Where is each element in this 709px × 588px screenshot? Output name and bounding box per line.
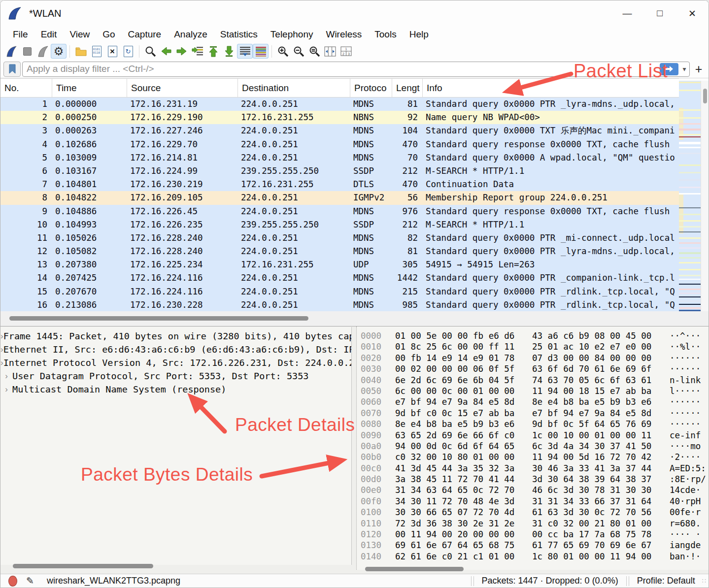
- hex-row-00f0[interactable]: 00f034 30 11 72 70 48 4e 3d31 31 34 33 6…: [357, 496, 709, 507]
- menu-view[interactable]: View: [63, 26, 96, 42]
- menu-edit[interactable]: Edit: [34, 26, 64, 42]
- expand-chevron-icon[interactable]: ›: [0, 385, 12, 394]
- packet-row-5[interactable]: 50.103009172.16.214.81224.0.0.251MDNS70S…: [0, 151, 679, 164]
- hex-row-0040[interactable]: 00406e 2d 6c 69 6e 6b 04 5f74 63 70 05 6…: [357, 375, 709, 386]
- vscroll-thumb[interactable]: [703, 89, 707, 103]
- column-header-protocol[interactable]: Protoco: [350, 79, 392, 97]
- packet-row-3[interactable]: 30.000263172.16.227.246224.0.0.251MDNS10…: [0, 124, 679, 137]
- hex-row-00b0[interactable]: 00b0c0 32 00 10 80 01 00 0011 94 00 5d 1…: [357, 452, 709, 462]
- go-first-button[interactable]: [205, 44, 221, 59]
- packet-row-10[interactable]: 100.104993172.16.226.235239.255.255.250S…: [0, 218, 679, 231]
- packet-row-6[interactable]: 60.103167172.16.224.99239.255.255.250SSD…: [0, 164, 679, 178]
- details-hscroll-thumb[interactable]: [13, 564, 153, 568]
- hex-row-0010[interactable]: 001001 8c 25 6c 00 00 ff 1125 01 ac 10 e…: [357, 341, 709, 352]
- menu-telephony[interactable]: Telephony: [264, 26, 320, 42]
- restart-capture-button[interactable]: [35, 44, 51, 59]
- hscroll-thumb[interactable]: [9, 316, 308, 321]
- hex-row-0120[interactable]: 012000 11 94 00 20 00 00 0000 cc ba 17 7…: [357, 529, 709, 540]
- detail-line-3[interactable]: ›User Datagram Protocol, Src Port: 5353,…: [0, 369, 351, 383]
- hex-row-00e0[interactable]: 00e031 34 63 64 65 0c 72 7046 6c 3d 30 7…: [357, 485, 709, 495]
- display-filter-input[interactable]: [23, 64, 660, 74]
- detail-line-4[interactable]: ›Multicast Domain Name System (response): [0, 383, 351, 396]
- detail-line-0[interactable]: ›Frame 1445: Packet, 410 bytes on wire (…: [0, 329, 351, 343]
- packet-row-15[interactable]: 150.207670172.16.224.116224.0.0.251MDNS2…: [0, 285, 679, 298]
- maximize-button[interactable]: □: [643, 0, 676, 26]
- find-packet-button[interactable]: [142, 44, 158, 59]
- zoom-reset-button[interactable]: [306, 44, 322, 59]
- menu-capture[interactable]: Capture: [122, 26, 168, 42]
- hex-row-0100[interactable]: 010030 30 66 65 07 72 70 4d61 63 3d 30 0…: [357, 507, 709, 518]
- hex-row-0090[interactable]: 009063 65 2d 69 6e 66 6f c01c 00 10 00 0…: [357, 430, 709, 441]
- packet-row-13[interactable]: 130.207380172.16.225.234172.16.231.255UD…: [0, 258, 679, 271]
- packet-row-9[interactable]: 90.104886172.16.226.45224.0.0.251MDNS976…: [0, 205, 679, 218]
- start-capture-button[interactable]: [3, 44, 19, 59]
- bytes-hscroll-thumb[interactable]: [365, 567, 464, 571]
- hex-row-00d0[interactable]: 00d03a 38 45 11 72 70 41 443d 30 64 38 3…: [357, 474, 709, 485]
- column-header-destination[interactable]: Destination: [238, 79, 350, 97]
- column-header-length[interactable]: Lengt: [392, 79, 423, 97]
- hex-row-0000[interactable]: 000001 00 5e 00 00 fb e6 d643 a6 c6 b9 0…: [357, 330, 709, 341]
- hex-row-00c0[interactable]: 00c041 3d 45 44 3a 35 32 3a30 46 3a 33 4…: [357, 463, 709, 474]
- reload-file-button[interactable]: ↻: [120, 44, 136, 59]
- close-button[interactable]: ✕: [676, 0, 709, 26]
- menu-go[interactable]: Go: [96, 26, 121, 42]
- hex-row-0140[interactable]: 014062 61 6e c0 21 c1 01 001c 80 01 00 0…: [357, 551, 709, 562]
- column-header-no[interactable]: No.: [0, 79, 52, 97]
- profile-label[interactable]: Profile: Default: [630, 576, 702, 586]
- go-last-button[interactable]: [221, 44, 237, 59]
- capture-comment-icon[interactable]: ✎: [26, 575, 34, 587]
- menu-file[interactable]: File: [6, 26, 34, 42]
- zoom-out-button[interactable]: [291, 44, 306, 59]
- packet-row-4[interactable]: 40.102686172.16.229.70224.0.0.251MDNS470…: [0, 138, 679, 151]
- packet-list-vscrollbar[interactable]: [701, 81, 709, 311]
- auto-scroll-button[interactable]: [237, 44, 253, 59]
- minimize-button[interactable]: —: [611, 0, 643, 26]
- go-forward-button[interactable]: [174, 44, 190, 59]
- resize-columns-button[interactable]: [322, 44, 338, 59]
- packet-row-8[interactable]: 80.104822172.16.209.105224.0.0.251IGMPv2…: [0, 191, 679, 204]
- hex-row-0020[interactable]: 002000 fb 14 e9 14 e9 01 7807 d3 00 00 8…: [357, 353, 709, 363]
- hex-row-0080[interactable]: 00808e e4 b8 ba e5 b9 b3 e69d bf 0c 5f 6…: [357, 419, 709, 429]
- packet-row-14[interactable]: 140.207425172.16.224.116224.0.0.251MDNS1…: [0, 271, 679, 285]
- hex-row-0130[interactable]: 013069 61 6e 67 64 65 68 7561 77 65 69 7…: [357, 540, 709, 551]
- packet-row-2[interactable]: 20.000250172.16.229.190172.16.231.255NBN…: [0, 111, 679, 124]
- filter-bookmark-button[interactable]: [3, 62, 21, 77]
- column-header-time[interactable]: Time: [52, 79, 127, 97]
- capture-options-button[interactable]: ⚙: [51, 44, 67, 59]
- menu-tools[interactable]: Tools: [368, 26, 403, 42]
- add-filter-button-button[interactable]: +: [692, 62, 706, 76]
- layout-button[interactable]: 123: [338, 44, 354, 59]
- detail-line-1[interactable]: ›Ethernet II, Src: e6:d6:43:a6:c6:b9 (e6…: [0, 343, 351, 356]
- packet-row-11[interactable]: 110.105026172.16.228.240224.0.0.251MDNS8…: [0, 231, 679, 245]
- resize-grip-icon[interactable]: ∷: [702, 577, 709, 585]
- expand-chevron-icon[interactable]: ›: [0, 371, 12, 381]
- packet-row-12[interactable]: 120.105082172.16.228.240224.0.0.251MDNS8…: [0, 245, 679, 258]
- close-file-button[interactable]: ✕: [104, 44, 120, 59]
- menu-wireless[interactable]: Wireless: [319, 26, 368, 42]
- filter-dropdown-caret[interactable]: ▾: [679, 65, 689, 73]
- packet-row-1[interactable]: 10.000000172.16.231.19224.0.0.251MDNS81S…: [0, 98, 679, 111]
- hex-row-0050[interactable]: 00506c 00 00 0c 00 01 00 0011 94 00 18 1…: [357, 386, 709, 396]
- details-hscrollbar[interactable]: [0, 564, 351, 569]
- save-file-button[interactable]: 01010110: [89, 44, 104, 59]
- menu-statistics[interactable]: Statistics: [214, 26, 264, 42]
- hex-row-0070[interactable]: 00709d bf c0 0c 15 e7 ab bae7 bf 94 e7 9…: [357, 408, 709, 419]
- menu-analyze[interactable]: Analyze: [168, 26, 214, 42]
- colorize-button[interactable]: [253, 44, 269, 59]
- stop-capture-button[interactable]: [19, 44, 35, 59]
- hex-row-0110[interactable]: 011072 3d 36 38 30 2e 31 2e31 c0 32 00 2…: [357, 518, 709, 529]
- packet-row-7[interactable]: 70.104801172.16.230.219172.16.231.255DTL…: [0, 178, 679, 191]
- intelligent-scrollbar-minimap[interactable]: [679, 81, 701, 311]
- hex-row-0060[interactable]: 0060e7 bf 94 e7 9a 84 e5 8d8e e4 b8 ba e…: [357, 396, 709, 407]
- go-back-button[interactable]: [158, 44, 174, 59]
- menu-help[interactable]: Help: [403, 26, 435, 42]
- detail-line-2[interactable]: ›Internet Protocol Version 4, Src: 172.1…: [0, 356, 351, 369]
- packet-row-16[interactable]: 160.213086172.16.230.228224.0.0.251MDNS9…: [0, 298, 679, 312]
- go-to-packet-button[interactable]: [190, 44, 205, 59]
- expert-info-icon[interactable]: [8, 576, 17, 587]
- open-file-button[interactable]: [73, 44, 89, 59]
- bytes-hscrollbar[interactable]: [356, 567, 709, 572]
- zoom-in-button[interactable]: [275, 44, 291, 59]
- hex-row-00a0[interactable]: 00a094 00 0d 0c 6d 6f 64 656c 3d 4a 34 3…: [357, 441, 709, 452]
- hex-row-0030[interactable]: 003000 02 00 00 00 06 0f 5f63 6f 6d 70 6…: [357, 363, 709, 374]
